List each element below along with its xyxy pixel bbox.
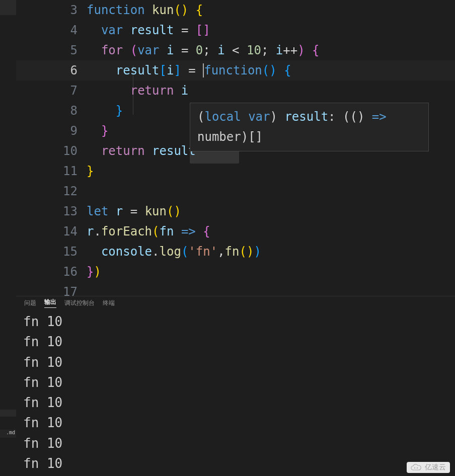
output-line: fn 10 [23, 352, 448, 372]
code-line[interactable]: 16}) [16, 262, 455, 282]
line-number[interactable]: 13 [16, 201, 87, 221]
output-line: fn 10 [23, 433, 448, 453]
line-number[interactable]: 15 [16, 242, 87, 262]
code-line[interactable]: 7 return i [16, 81, 455, 101]
line-content[interactable]: let r = kun() [87, 201, 455, 221]
panel-tabs: 问题输出调试控制台终端 [16, 296, 455, 309]
panel-tab-终端[interactable]: 终端 [103, 299, 115, 307]
line-content[interactable]: } [87, 161, 455, 181]
code-line[interactable]: 13let r = kun() [16, 201, 455, 221]
code-line[interactable]: 12 [16, 181, 455, 201]
line-number[interactable]: 14 [16, 221, 87, 242]
bottom-panel: 问题输出调试控制台终端 fn 10fn 10fn 10fn 10fn 10fn … [16, 296, 455, 476]
line-content[interactable]: for (var i = 0; i < 10; i++) { [87, 40, 455, 60]
line-number[interactable]: 3 [16, 0, 87, 20]
cloud-icon [411, 464, 422, 471]
line-number[interactable]: 8 [16, 101, 87, 121]
activity-bar: .md [0, 0, 16, 476]
sidebar-decoration [0, 410, 16, 417]
code-line[interactable]: 11} [16, 161, 455, 181]
code-editor[interactable]: 3function kun() {4 var result = []5 for … [16, 0, 455, 296]
line-number[interactable]: 4 [16, 20, 87, 40]
line-number[interactable]: 7 [16, 81, 87, 101]
svg-point-1 [417, 467, 418, 468]
line-content[interactable] [87, 181, 455, 201]
line-number[interactable]: 16 [16, 262, 87, 282]
line-number[interactable]: 11 [16, 161, 87, 181]
panel-tab-问题[interactable]: 问题 [24, 299, 36, 307]
line-number[interactable]: 10 [16, 141, 87, 161]
output-line: fn 10 [23, 453, 448, 473]
code-line[interactable]: 3function kun() { [16, 0, 455, 20]
code-line[interactable]: 5 for (var i = 0; i < 10; i++) { [16, 40, 455, 60]
output-content[interactable]: fn 10fn 10fn 10fn 10fn 10fn 10fn 10fn 10 [16, 309, 455, 473]
line-content[interactable]: r.forEach(fn => { [87, 221, 455, 242]
panel-tab-调试控制台[interactable]: 调试控制台 [64, 299, 95, 307]
line-number[interactable]: 12 [16, 181, 87, 201]
watermark: 亿速云 [407, 462, 450, 473]
sidebar-decoration [0, 0, 16, 15]
svg-point-0 [414, 467, 415, 468]
output-line: fn 10 [23, 311, 448, 332]
line-content[interactable]: result[i] = function() { [87, 60, 455, 81]
code-line[interactable]: 15 console.log('fn',fn()) [16, 242, 455, 262]
output-line: fn 10 [23, 392, 448, 413]
line-content[interactable]: return i [87, 81, 455, 101]
hover-tooltip: (local var) result: (() => number)[] [190, 103, 429, 151]
panel-tab-输出[interactable]: 输出 [44, 298, 56, 308]
line-number[interactable]: 6 [16, 60, 87, 81]
file-ext-badge: .md [0, 430, 16, 438]
watermark-text: 亿速云 [425, 463, 446, 472]
code-line[interactable]: 14r.forEach(fn => { [16, 221, 455, 242]
line-number[interactable]: 5 [16, 40, 87, 60]
line-content[interactable]: function kun() { [87, 0, 455, 20]
code-line[interactable]: 6 result[i] = function() { [16, 60, 455, 81]
output-line: fn 10 [23, 413, 448, 433]
output-line: fn 10 [23, 372, 448, 392]
line-number[interactable]: 9 [16, 121, 87, 141]
line-content[interactable]: console.log('fn',fn()) [87, 242, 455, 262]
line-content[interactable]: var result = [] [87, 20, 455, 40]
line-content[interactable]: }) [87, 262, 455, 282]
code-line[interactable]: 4 var result = [] [16, 20, 455, 40]
output-line: fn 10 [23, 332, 448, 352]
